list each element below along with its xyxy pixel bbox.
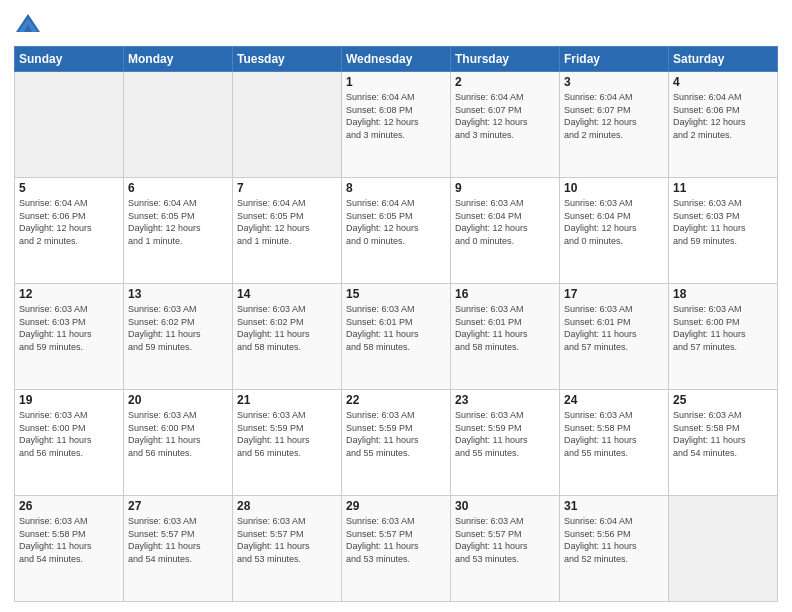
calendar-cell: 8Sunrise: 6:04 AM Sunset: 6:05 PM Daylig… bbox=[342, 178, 451, 284]
header bbox=[14, 10, 778, 38]
day-number: 16 bbox=[455, 287, 555, 301]
day-number: 8 bbox=[346, 181, 446, 195]
calendar-cell: 30Sunrise: 6:03 AM Sunset: 5:57 PM Dayli… bbox=[451, 496, 560, 602]
day-number: 30 bbox=[455, 499, 555, 513]
calendar-cell: 23Sunrise: 6:03 AM Sunset: 5:59 PM Dayli… bbox=[451, 390, 560, 496]
day-number: 2 bbox=[455, 75, 555, 89]
calendar-cell: 15Sunrise: 6:03 AM Sunset: 6:01 PM Dayli… bbox=[342, 284, 451, 390]
day-info: Sunrise: 6:04 AM Sunset: 6:07 PM Dayligh… bbox=[564, 91, 664, 141]
day-number: 11 bbox=[673, 181, 773, 195]
day-info: Sunrise: 6:03 AM Sunset: 5:57 PM Dayligh… bbox=[128, 515, 228, 565]
calendar-cell: 13Sunrise: 6:03 AM Sunset: 6:02 PM Dayli… bbox=[124, 284, 233, 390]
day-info: Sunrise: 6:03 AM Sunset: 6:01 PM Dayligh… bbox=[564, 303, 664, 353]
calendar-cell: 26Sunrise: 6:03 AM Sunset: 5:58 PM Dayli… bbox=[15, 496, 124, 602]
day-info: Sunrise: 6:03 AM Sunset: 5:59 PM Dayligh… bbox=[346, 409, 446, 459]
calendar-cell: 1Sunrise: 6:04 AM Sunset: 6:08 PM Daylig… bbox=[342, 72, 451, 178]
calendar-cell bbox=[669, 496, 778, 602]
calendar-body: 1Sunrise: 6:04 AM Sunset: 6:08 PM Daylig… bbox=[15, 72, 778, 602]
calendar-cell: 28Sunrise: 6:03 AM Sunset: 5:57 PM Dayli… bbox=[233, 496, 342, 602]
calendar-cell: 12Sunrise: 6:03 AM Sunset: 6:03 PM Dayli… bbox=[15, 284, 124, 390]
day-info: Sunrise: 6:03 AM Sunset: 6:00 PM Dayligh… bbox=[673, 303, 773, 353]
page: SundayMondayTuesdayWednesdayThursdayFrid… bbox=[0, 0, 792, 612]
calendar-cell: 25Sunrise: 6:03 AM Sunset: 5:58 PM Dayli… bbox=[669, 390, 778, 496]
day-number: 24 bbox=[564, 393, 664, 407]
weekday-header-friday: Friday bbox=[560, 47, 669, 72]
day-info: Sunrise: 6:03 AM Sunset: 6:01 PM Dayligh… bbox=[346, 303, 446, 353]
calendar-cell: 3Sunrise: 6:04 AM Sunset: 6:07 PM Daylig… bbox=[560, 72, 669, 178]
day-number: 26 bbox=[19, 499, 119, 513]
calendar-cell: 31Sunrise: 6:04 AM Sunset: 5:56 PM Dayli… bbox=[560, 496, 669, 602]
calendar-cell: 9Sunrise: 6:03 AM Sunset: 6:04 PM Daylig… bbox=[451, 178, 560, 284]
day-number: 31 bbox=[564, 499, 664, 513]
day-info: Sunrise: 6:03 AM Sunset: 6:04 PM Dayligh… bbox=[564, 197, 664, 247]
day-info: Sunrise: 6:04 AM Sunset: 6:05 PM Dayligh… bbox=[128, 197, 228, 247]
day-number: 12 bbox=[19, 287, 119, 301]
calendar-cell: 19Sunrise: 6:03 AM Sunset: 6:00 PM Dayli… bbox=[15, 390, 124, 496]
calendar-week-row: 19Sunrise: 6:03 AM Sunset: 6:00 PM Dayli… bbox=[15, 390, 778, 496]
day-number: 7 bbox=[237, 181, 337, 195]
day-info: Sunrise: 6:03 AM Sunset: 6:02 PM Dayligh… bbox=[237, 303, 337, 353]
day-number: 17 bbox=[564, 287, 664, 301]
day-number: 14 bbox=[237, 287, 337, 301]
day-info: Sunrise: 6:03 AM Sunset: 6:03 PM Dayligh… bbox=[19, 303, 119, 353]
day-number: 1 bbox=[346, 75, 446, 89]
calendar-cell: 5Sunrise: 6:04 AM Sunset: 6:06 PM Daylig… bbox=[15, 178, 124, 284]
calendar-cell: 16Sunrise: 6:03 AM Sunset: 6:01 PM Dayli… bbox=[451, 284, 560, 390]
day-info: Sunrise: 6:03 AM Sunset: 6:02 PM Dayligh… bbox=[128, 303, 228, 353]
calendar-cell bbox=[124, 72, 233, 178]
day-info: Sunrise: 6:03 AM Sunset: 5:58 PM Dayligh… bbox=[19, 515, 119, 565]
day-number: 25 bbox=[673, 393, 773, 407]
weekday-header-wednesday: Wednesday bbox=[342, 47, 451, 72]
calendar-cell: 4Sunrise: 6:04 AM Sunset: 6:06 PM Daylig… bbox=[669, 72, 778, 178]
calendar-week-row: 26Sunrise: 6:03 AM Sunset: 5:58 PM Dayli… bbox=[15, 496, 778, 602]
day-number: 29 bbox=[346, 499, 446, 513]
calendar-cell: 18Sunrise: 6:03 AM Sunset: 6:00 PM Dayli… bbox=[669, 284, 778, 390]
calendar-cell: 27Sunrise: 6:03 AM Sunset: 5:57 PM Dayli… bbox=[124, 496, 233, 602]
calendar-table: SundayMondayTuesdayWednesdayThursdayFrid… bbox=[14, 46, 778, 602]
day-number: 19 bbox=[19, 393, 119, 407]
day-number: 13 bbox=[128, 287, 228, 301]
calendar-header: SundayMondayTuesdayWednesdayThursdayFrid… bbox=[15, 47, 778, 72]
calendar-cell bbox=[233, 72, 342, 178]
day-info: Sunrise: 6:04 AM Sunset: 6:05 PM Dayligh… bbox=[237, 197, 337, 247]
day-number: 9 bbox=[455, 181, 555, 195]
calendar-cell: 20Sunrise: 6:03 AM Sunset: 6:00 PM Dayli… bbox=[124, 390, 233, 496]
day-number: 10 bbox=[564, 181, 664, 195]
calendar-cell: 22Sunrise: 6:03 AM Sunset: 5:59 PM Dayli… bbox=[342, 390, 451, 496]
calendar-cell: 11Sunrise: 6:03 AM Sunset: 6:03 PM Dayli… bbox=[669, 178, 778, 284]
weekday-header-sunday: Sunday bbox=[15, 47, 124, 72]
weekday-header-monday: Monday bbox=[124, 47, 233, 72]
logo bbox=[14, 10, 44, 38]
day-number: 28 bbox=[237, 499, 337, 513]
day-info: Sunrise: 6:04 AM Sunset: 5:56 PM Dayligh… bbox=[564, 515, 664, 565]
day-number: 20 bbox=[128, 393, 228, 407]
day-info: Sunrise: 6:03 AM Sunset: 5:59 PM Dayligh… bbox=[237, 409, 337, 459]
calendar-week-row: 5Sunrise: 6:04 AM Sunset: 6:06 PM Daylig… bbox=[15, 178, 778, 284]
day-number: 27 bbox=[128, 499, 228, 513]
calendar-cell: 10Sunrise: 6:03 AM Sunset: 6:04 PM Dayli… bbox=[560, 178, 669, 284]
calendar-cell: 2Sunrise: 6:04 AM Sunset: 6:07 PM Daylig… bbox=[451, 72, 560, 178]
calendar-cell: 7Sunrise: 6:04 AM Sunset: 6:05 PM Daylig… bbox=[233, 178, 342, 284]
day-info: Sunrise: 6:03 AM Sunset: 6:01 PM Dayligh… bbox=[455, 303, 555, 353]
day-number: 4 bbox=[673, 75, 773, 89]
day-info: Sunrise: 6:04 AM Sunset: 6:08 PM Dayligh… bbox=[346, 91, 446, 141]
calendar-cell: 6Sunrise: 6:04 AM Sunset: 6:05 PM Daylig… bbox=[124, 178, 233, 284]
day-number: 3 bbox=[564, 75, 664, 89]
day-info: Sunrise: 6:03 AM Sunset: 5:58 PM Dayligh… bbox=[673, 409, 773, 459]
day-info: Sunrise: 6:04 AM Sunset: 6:07 PM Dayligh… bbox=[455, 91, 555, 141]
calendar-cell: 17Sunrise: 6:03 AM Sunset: 6:01 PM Dayli… bbox=[560, 284, 669, 390]
calendar-cell: 21Sunrise: 6:03 AM Sunset: 5:59 PM Dayli… bbox=[233, 390, 342, 496]
logo-icon bbox=[14, 10, 42, 38]
calendar-cell: 29Sunrise: 6:03 AM Sunset: 5:57 PM Dayli… bbox=[342, 496, 451, 602]
day-info: Sunrise: 6:03 AM Sunset: 5:57 PM Dayligh… bbox=[346, 515, 446, 565]
day-info: Sunrise: 6:04 AM Sunset: 6:05 PM Dayligh… bbox=[346, 197, 446, 247]
day-info: Sunrise: 6:03 AM Sunset: 5:58 PM Dayligh… bbox=[564, 409, 664, 459]
day-info: Sunrise: 6:03 AM Sunset: 5:57 PM Dayligh… bbox=[237, 515, 337, 565]
day-info: Sunrise: 6:03 AM Sunset: 5:57 PM Dayligh… bbox=[455, 515, 555, 565]
day-number: 23 bbox=[455, 393, 555, 407]
day-number: 18 bbox=[673, 287, 773, 301]
weekday-header-thursday: Thursday bbox=[451, 47, 560, 72]
calendar-cell: 14Sunrise: 6:03 AM Sunset: 6:02 PM Dayli… bbox=[233, 284, 342, 390]
calendar-week-row: 1Sunrise: 6:04 AM Sunset: 6:08 PM Daylig… bbox=[15, 72, 778, 178]
day-info: Sunrise: 6:03 AM Sunset: 6:00 PM Dayligh… bbox=[19, 409, 119, 459]
